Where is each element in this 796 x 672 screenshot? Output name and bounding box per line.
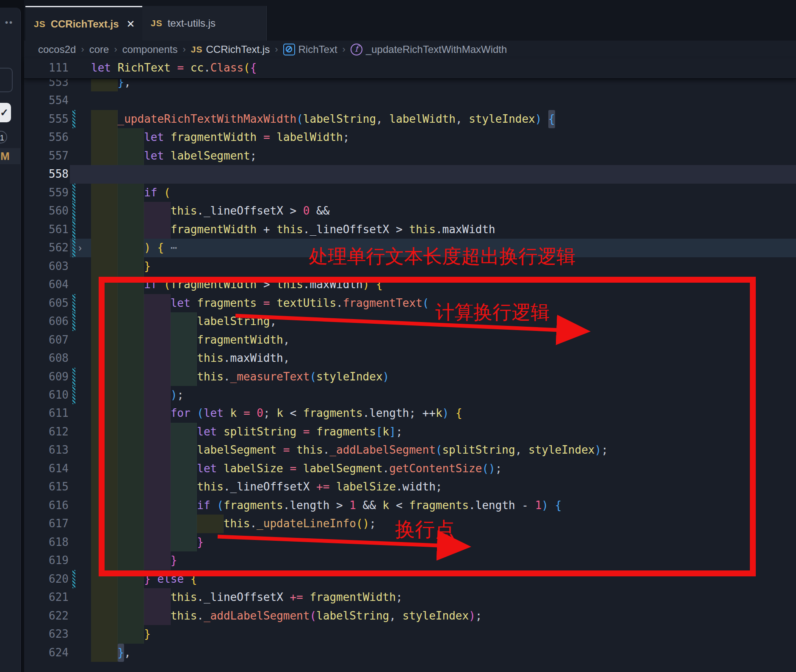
git-modified-gutter-icon[interactable] (72, 220, 75, 239)
code-line-556[interactable]: 556let fragmentWidth = labelWidth; (24, 128, 796, 146)
git-modified-gutter-icon[interactable] (72, 239, 75, 257)
git-modified-gutter-icon[interactable] (72, 312, 75, 330)
code-token: , (270, 312, 276, 330)
fold-chevron-icon[interactable]: › (78, 239, 89, 257)
code-token: ++ (423, 404, 436, 422)
sticky-scroll-line[interactable]: 111 let RichText = cc.Class({ (24, 58, 796, 79)
check-button[interactable]: ✓ (0, 103, 11, 122)
code-token: ) (535, 110, 542, 128)
indent-band (144, 368, 171, 386)
code-text: } (91, 257, 796, 275)
code-token: _addLabelSegment (204, 607, 310, 625)
indent-band (144, 220, 171, 239)
code-line-621[interactable]: 621this._lineOffsetX += fragmentWidth; (24, 588, 796, 606)
code-token: ( (243, 58, 250, 77)
code-line-622[interactable]: 622this._addLabelSegment(labelString, st… (24, 607, 796, 625)
code-line-555[interactable]: 555_updateRichTextWithMaxWidth(labelStri… (24, 110, 796, 128)
code-token: = (257, 294, 276, 312)
code-line-559[interactable]: 559if ( (24, 184, 796, 202)
code-token: this (171, 588, 197, 606)
editor-group: JS CCRichText.js ✕ JS text-utils.js coco… (24, 0, 796, 672)
code-line-611[interactable]: 611for (let k = 0; k < fragments.length;… (24, 404, 796, 422)
git-modified-gutter-icon[interactable] (72, 294, 75, 312)
git-modified-gutter-icon[interactable] (72, 570, 75, 588)
code-text: fragmentWidth, (91, 331, 796, 349)
code-token: , (515, 441, 528, 459)
line-number: 555 (24, 110, 69, 128)
code-line-619[interactable]: 619} (24, 551, 796, 570)
code-token: < (389, 496, 409, 515)
code-token: labelSegment (197, 441, 276, 459)
indent-band (91, 478, 118, 496)
code-line-606[interactable]: 606labelString, (24, 312, 796, 330)
code-line-623[interactable]: 623} (24, 625, 796, 643)
code-line-605[interactable]: 605let fragments = textUtils.fragmentTex… (24, 294, 796, 312)
code-token: 1 (535, 496, 542, 515)
code-token: { (157, 239, 164, 257)
indent-band (144, 441, 171, 459)
code-line-560[interactable]: 560this._lineOffsetX > 0 && (24, 202, 796, 220)
indent-band (118, 147, 144, 165)
indent-band (91, 275, 118, 294)
code-line-613[interactable]: 613labelSegment = this._addLabelSegment(… (24, 441, 796, 459)
code-line-624[interactable]: 624}, (24, 644, 796, 662)
code-line-561[interactable]: 561fragmentWidth + this._lineOffsetX > t… (24, 220, 796, 239)
code-token (369, 275, 376, 294)
code-token: labelSegment (303, 460, 383, 478)
indent-band (91, 349, 118, 367)
indent-band (91, 184, 118, 202)
indent-band (171, 368, 197, 386)
code-token: > (283, 202, 303, 220)
code-token: labelString (303, 110, 376, 128)
code-line-616[interactable]: 616if (fragments.length > 1 && k < fragm… (24, 496, 796, 515)
code-token: let (144, 147, 171, 165)
code-token: ) (144, 239, 157, 257)
code-line-603[interactable]: 603} (24, 257, 796, 275)
code-token: this (171, 607, 197, 625)
git-modified-gutter-icon[interactable] (72, 202, 75, 220)
indent-band (118, 441, 144, 459)
code-line-612[interactable]: 612let splitString = fragments[k]; (24, 423, 796, 441)
code-text: this._lineOffsetX += fragmentWidth; (91, 588, 796, 606)
code-line-615[interactable]: 615this._lineOffsetX += labelSize.width; (24, 478, 796, 496)
code-token: if (144, 184, 164, 202)
indent-band (118, 239, 144, 257)
code-token: fragmentWidth (171, 275, 257, 294)
code-token: fragmentText (343, 294, 423, 312)
git-modified-gutter-icon[interactable] (72, 368, 75, 386)
indent-band (144, 386, 171, 404)
indent-band (144, 588, 171, 606)
code-text: this._addLabelSegment(labelString, style… (91, 607, 796, 625)
code-line-610[interactable]: 610); (24, 386, 796, 404)
git-modified-gutter-icon[interactable] (72, 110, 75, 128)
code-line-609[interactable]: 609this._measureText(styleIndex) (24, 368, 796, 386)
code-line-614[interactable]: 614let labelSize = labelSegment.getConte… (24, 460, 796, 478)
indent-band (118, 515, 144, 533)
git-modified-gutter-icon[interactable] (72, 386, 75, 404)
indent-band (91, 625, 118, 643)
code-text: this._updateLineInfo(); (91, 515, 796, 533)
git-modified-gutter-icon[interactable] (72, 184, 75, 202)
code-line-620[interactable]: 620} else { (24, 570, 796, 588)
more-dots-icon[interactable]: •• (5, 18, 14, 28)
code-line-604[interactable]: 604if (fragmentWidth > this.maxWidth) { (24, 275, 796, 294)
code-line-608[interactable]: 608this.maxWidth, (24, 349, 796, 367)
code-line-607[interactable]: 607fragmentWidth, (24, 331, 796, 349)
code-line-618[interactable]: 618} (24, 533, 796, 551)
indent-band (118, 588, 144, 606)
code-line-562[interactable]: 562›) { ⋯ (24, 239, 796, 257)
code-token: .maxWidth (303, 275, 363, 294)
indent-band (91, 110, 118, 128)
indent-band (91, 404, 118, 422)
code-token: 0 (257, 404, 263, 422)
indent-band (171, 478, 197, 496)
code-text: } (91, 533, 796, 551)
indent-band (91, 368, 118, 386)
git-modified-item[interactable]: M (0, 148, 20, 164)
indent-band (91, 515, 118, 533)
line-number: 615 (24, 478, 69, 496)
code-line-617[interactable]: 617this._updateLineInfo(); (24, 515, 796, 533)
code-line-557[interactable]: 557let labelSegment; (24, 147, 796, 165)
code-line-554[interactable]: 554 (24, 91, 796, 110)
code-line-558[interactable]: 558 (24, 165, 796, 183)
